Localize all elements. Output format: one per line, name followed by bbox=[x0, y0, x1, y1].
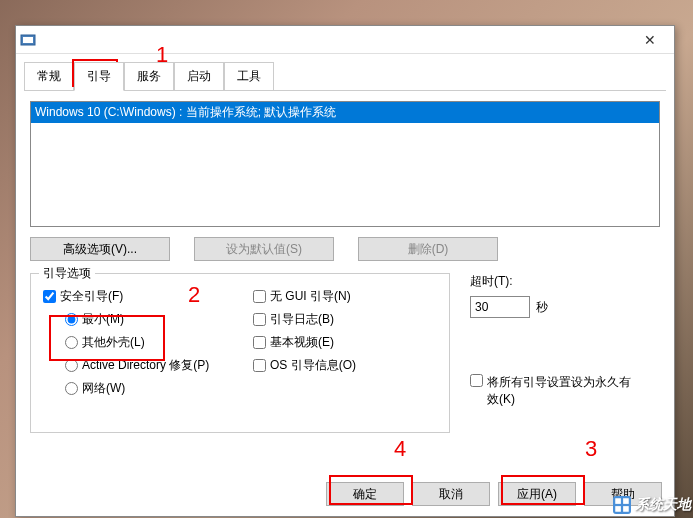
advanced-options-button[interactable]: 高级选项(V)... bbox=[30, 237, 170, 261]
cancel-button[interactable]: 取消 bbox=[412, 482, 490, 506]
svg-rect-1 bbox=[23, 37, 33, 43]
permanent-label: 将所有引导设置设为永久有效(K) bbox=[487, 374, 640, 408]
adrepair-label: Active Directory 修复(P) bbox=[82, 357, 209, 374]
boot-options-title: 引导选项 bbox=[39, 265, 95, 282]
network-radio[interactable] bbox=[65, 382, 78, 395]
list-button-row: 高级选项(V)... 设为默认值(S) 删除(D) bbox=[30, 237, 660, 261]
altshell-radio[interactable] bbox=[65, 336, 78, 349]
apply-button[interactable]: 应用(A) bbox=[498, 482, 576, 506]
timeout-input[interactable] bbox=[470, 296, 530, 318]
svg-rect-4 bbox=[615, 506, 621, 512]
altshell-label: 其他外壳(L) bbox=[82, 334, 145, 351]
timeout-label: 超时(T): bbox=[470, 273, 640, 290]
watermark-icon bbox=[613, 496, 631, 514]
os-listbox[interactable]: Windows 10 (C:\Windows) : 当前操作系统; 默认操作系统 bbox=[30, 101, 660, 227]
minimal-radio-row[interactable]: 最小(M) bbox=[65, 311, 243, 328]
osbootinfo-checkbox[interactable] bbox=[253, 359, 266, 372]
tab-general[interactable]: 常规 bbox=[24, 62, 74, 91]
tab-services[interactable]: 服务 bbox=[124, 62, 174, 91]
basevideo-label: 基本视频(E) bbox=[270, 334, 334, 351]
svg-rect-3 bbox=[623, 498, 629, 504]
watermark-text: 系统天地 bbox=[635, 496, 691, 514]
ok-button[interactable]: 确定 bbox=[326, 482, 404, 506]
bootlog-checkbox[interactable] bbox=[253, 313, 266, 326]
delete-button: 删除(D) bbox=[358, 237, 498, 261]
tab-boot[interactable]: 引导 bbox=[74, 62, 124, 91]
safe-boot-checkbox[interactable] bbox=[43, 290, 56, 303]
minimal-radio[interactable] bbox=[65, 313, 78, 326]
close-button[interactable]: ✕ bbox=[630, 27, 670, 53]
safe-boot-checkbox-row[interactable]: 安全引导(F) bbox=[43, 288, 243, 305]
network-radio-row[interactable]: 网络(W) bbox=[65, 380, 243, 397]
tab-tools[interactable]: 工具 bbox=[224, 62, 274, 91]
tab-content: Windows 10 (C:\Windows) : 当前操作系统; 默认操作系统… bbox=[16, 91, 674, 443]
adrepair-radio-row[interactable]: Active Directory 修复(P) bbox=[65, 357, 243, 374]
timeout-unit: 秒 bbox=[536, 299, 548, 316]
app-icon bbox=[20, 32, 36, 48]
osbootinfo-checkbox-row[interactable]: OS 引导信息(O) bbox=[253, 357, 356, 374]
titlebar: ✕ bbox=[16, 26, 674, 54]
safe-boot-label: 安全引导(F) bbox=[60, 288, 123, 305]
nogui-label: 无 GUI 引导(N) bbox=[270, 288, 351, 305]
nogui-checkbox-row[interactable]: 无 GUI 引导(N) bbox=[253, 288, 356, 305]
osbootinfo-label: OS 引导信息(O) bbox=[270, 357, 356, 374]
msconfig-dialog: ✕ 常规 引导 服务 启动 工具 Windows 10 (C:\Windows)… bbox=[15, 25, 675, 517]
permanent-checkbox[interactable] bbox=[470, 374, 483, 387]
os-list-item[interactable]: Windows 10 (C:\Windows) : 当前操作系统; 默认操作系统 bbox=[31, 102, 659, 123]
bootlog-label: 引导日志(B) bbox=[270, 311, 334, 328]
network-label: 网络(W) bbox=[82, 380, 125, 397]
svg-rect-2 bbox=[615, 498, 621, 504]
basevideo-checkbox-row[interactable]: 基本视频(E) bbox=[253, 334, 356, 351]
set-default-button: 设为默认值(S) bbox=[194, 237, 334, 261]
svg-rect-5 bbox=[623, 506, 629, 512]
adrepair-radio[interactable] bbox=[65, 359, 78, 372]
timeout-area: 超时(T): 秒 将所有引导设置设为永久有效(K) bbox=[470, 273, 640, 433]
tab-strip: 常规 引导 服务 启动 工具 bbox=[16, 54, 674, 91]
close-icon: ✕ bbox=[644, 32, 656, 48]
minimal-label: 最小(M) bbox=[82, 311, 124, 328]
watermark: 系统天地 bbox=[613, 496, 691, 514]
permanent-checkbox-row[interactable]: 将所有引导设置设为永久有效(K) bbox=[470, 374, 640, 408]
basevideo-checkbox[interactable] bbox=[253, 336, 266, 349]
boot-options-group: 引导选项 安全引导(F) 最小(M) bbox=[30, 273, 450, 433]
nogui-checkbox[interactable] bbox=[253, 290, 266, 303]
bootlog-checkbox-row[interactable]: 引导日志(B) bbox=[253, 311, 356, 328]
tab-startup[interactable]: 启动 bbox=[174, 62, 224, 91]
dialog-button-row: 确定 取消 应用(A) 帮助 bbox=[326, 482, 662, 506]
altshell-radio-row[interactable]: 其他外壳(L) bbox=[65, 334, 243, 351]
